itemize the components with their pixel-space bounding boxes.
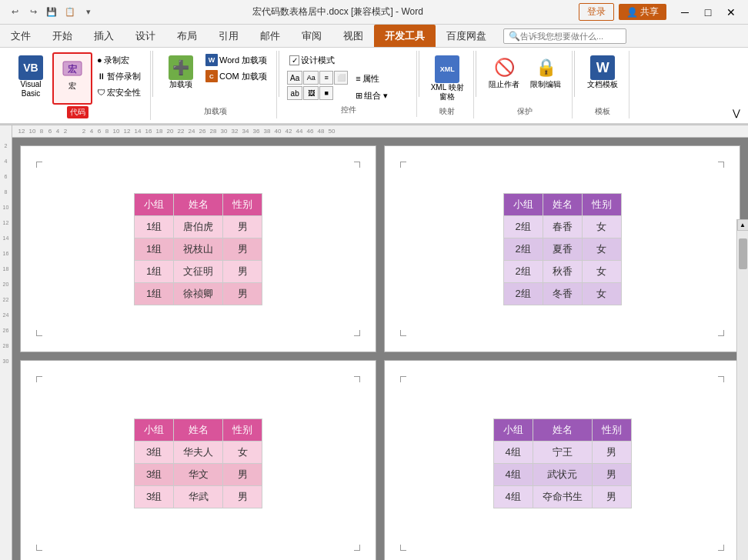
qa-extra1[interactable]: 📋 — [62, 4, 78, 21]
table-row: 1组 祝枝山 男 — [135, 238, 262, 260]
corner-br-3 — [354, 545, 360, 551]
save-btn[interactable]: 💾 — [43, 4, 60, 21]
tab-home[interactable]: 开始 — [42, 25, 83, 47]
share-button[interactable]: 👤 共享 — [619, 4, 666, 20]
login-button[interactable]: 登录 — [579, 3, 614, 21]
group-xml: XML XML 映射窗格 映射 — [421, 51, 474, 118]
design-mode-button[interactable]: ✓ 设计模式 — [287, 52, 337, 68]
page-3: 小组 姓名 性别 3组 华夫人 女 — [20, 360, 376, 560]
group-protection-content: 🚫 阻止作者 🔒 限制编辑 — [484, 52, 566, 105]
table-row: 2组 秋香 女 — [503, 260, 621, 282]
sep5 — [574, 51, 575, 97]
scroll-thumb[interactable] — [739, 238, 747, 269]
group-button[interactable]: ⊞ 组合 ▾ — [352, 88, 391, 103]
word-addins-button[interactable]: W Word 加载项 — [202, 52, 270, 68]
undo-btn[interactable]: ↩ — [6, 4, 23, 21]
visual-basic-label: Visual Basic — [12, 80, 49, 98]
tab-design[interactable]: 设计 — [125, 25, 166, 47]
ribbon-tabs: 文件 开始 插入 设计 布局 引用 邮件 审阅 视图 开发工具 百度网盘 🔍 — [0, 25, 748, 48]
corner-bl-4 — [400, 545, 406, 551]
ctrl-btn-2[interactable]: Aa — [303, 71, 319, 85]
search-icon: 🔍 — [509, 31, 520, 42]
pause-macro-button[interactable]: ⏸ 暂停录制 — [94, 68, 144, 84]
macro-icon: 宏 — [60, 57, 85, 82]
collapse-ribbon-button[interactable]: ⋁ — [730, 106, 743, 120]
th-name-3: 姓名 — [174, 419, 223, 442]
person-icon: 👤 — [626, 7, 638, 18]
page-2: 小组 姓名 性别 2组 春香 女 2 — [384, 145, 740, 352]
th-name-2: 姓名 — [543, 193, 582, 215]
doc-template-button[interactable]: W 文档模板 — [583, 52, 623, 105]
title-bar-controls: 登录 👤 共享 ─ □ ✕ — [579, 3, 742, 22]
th-gender-1: 性别 — [223, 193, 262, 215]
table-row: 2组 夏香 女 — [503, 238, 621, 260]
ruler-v-numbers: 2 4 6 8 10 12 14 16 18 20 22 24 26 28 30 — [3, 138, 9, 368]
title-bar: ↩ ↪ 💾 📋 ▾ 宏代码数表格居中.docx [兼容模式] - Word 登录… — [0, 0, 748, 25]
tab-insert[interactable]: 插入 — [83, 25, 125, 47]
tab-mailings[interactable]: 邮件 — [249, 25, 291, 47]
th-group-2: 小组 — [503, 193, 543, 215]
template-group-label: 模板 — [595, 106, 610, 117]
tab-baidu[interactable]: 百度网盘 — [436, 25, 497, 47]
tab-layout[interactable]: 布局 — [166, 25, 208, 47]
vertical-scrollbar[interactable]: ▲ ▼ — [736, 219, 748, 560]
main-content: 12 10 8 6 4 2 2 4 6 8 10 12 14 16 18 20 … — [12, 125, 748, 560]
ctrl-btn-3[interactable]: ≡ — [319, 71, 333, 85]
macro-security-button[interactable]: 🛡 宏安全性 — [94, 85, 144, 100]
sep2 — [279, 51, 279, 97]
search-input[interactable] — [520, 32, 613, 41]
corner-tl-4 — [400, 376, 406, 382]
template-icon: W — [590, 55, 615, 80]
protection-group-label: 保护 — [517, 106, 533, 117]
pause-icon: ⏸ — [97, 72, 105, 81]
group-template-content: W 文档模板 — [583, 52, 623, 105]
redo-btn[interactable]: ↪ — [25, 4, 42, 21]
tab-developer[interactable]: 开发工具 — [374, 25, 436, 47]
xml-mapping-button[interactable]: XML XML 映射窗格 — [427, 52, 467, 105]
controls-group-label: 控件 — [341, 105, 356, 115]
table-row: 3组 华夫人 女 — [135, 442, 262, 464]
search-box[interactable]: 🔍 — [503, 28, 626, 44]
minimize-button[interactable]: ─ — [674, 3, 696, 22]
group-code: VB Visual Basic 宏 宏 ● 录制宏 — [5, 51, 151, 120]
ctrl-btn-5[interactable]: ab — [287, 86, 302, 100]
addins-button[interactable]: ➕ 加载项 — [161, 52, 201, 105]
ribbon-content: VB Visual Basic 宏 宏 ● 录制宏 — [0, 48, 748, 125]
group-icon: ⊞ — [356, 91, 362, 101]
ctrl-btn-4[interactable]: ⬜ — [334, 71, 348, 85]
restrict-editing-button[interactable]: 🔒 限制编辑 — [526, 52, 566, 105]
scroll-track[interactable] — [738, 231, 748, 560]
table-row: 3组 华文 男 — [135, 464, 262, 486]
ctrl-btn-7[interactable]: ■ — [319, 86, 333, 100]
corner-bl-3 — [36, 545, 42, 551]
ribbon: 文件 开始 插入 设计 布局 引用 邮件 审阅 视图 开发工具 百度网盘 🔍 V… — [0, 25, 748, 125]
pause-label: 暂停录制 — [107, 71, 141, 82]
com-addins-button[interactable]: C COM 加载项 — [202, 68, 270, 84]
table-row: 4组 武状元 男 — [493, 464, 631, 486]
scroll-up-button[interactable]: ▲ — [737, 219, 749, 231]
corner-tr-1 — [354, 162, 360, 168]
page-1: 小组 姓名 性别 1组 唐伯虎 男 — [20, 145, 376, 352]
block-authors-button[interactable]: 🚫 阻止作者 — [484, 52, 524, 105]
th-name-1: 姓名 — [174, 193, 223, 215]
maximize-button[interactable]: □ — [697, 3, 719, 22]
table-4: 小组 姓名 性别 4组 宁王 男 4 — [493, 418, 632, 508]
macro-button[interactable]: 宏 宏 — [52, 52, 92, 105]
ctrl-btn-6[interactable]: 🖼 — [303, 86, 319, 100]
tab-review[interactable]: 审阅 — [291, 25, 332, 47]
table-1: 小组 姓名 性别 1组 唐伯虎 男 — [134, 193, 262, 305]
record-macro-button[interactable]: ● 录制宏 — [94, 52, 144, 68]
ctrl-btn-1[interactable]: Aa — [287, 71, 302, 85]
tab-file[interactable]: 文件 — [0, 25, 42, 47]
tab-references[interactable]: 引用 — [208, 25, 249, 47]
code-group-label: 代码 — [67, 106, 88, 118]
xml-icon: XML — [435, 55, 459, 83]
block-authors-label: 阻止作者 — [489, 80, 519, 89]
table-container-4: 小组 姓名 性别 4组 宁王 男 4 — [493, 418, 632, 508]
tab-view[interactable]: 视图 — [332, 25, 374, 47]
close-button[interactable]: ✕ — [720, 3, 742, 22]
visual-basic-button[interactable]: VB Visual Basic — [11, 52, 51, 105]
properties-button[interactable]: ≡ 属性 — [352, 71, 391, 86]
qa-dropdown[interactable]: ▾ — [80, 4, 97, 21]
addins-icon: ➕ — [169, 55, 193, 80]
